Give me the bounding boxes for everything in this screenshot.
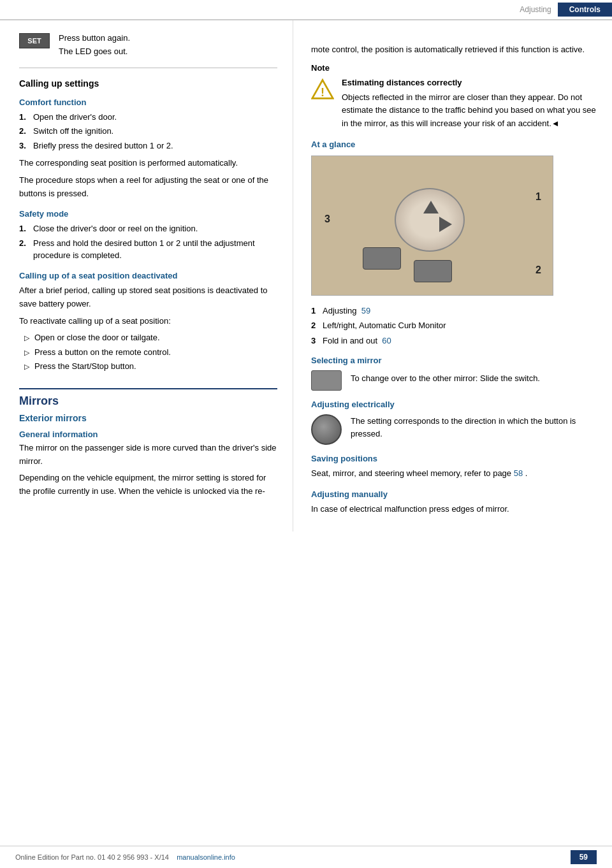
warning-icon: ! xyxy=(311,78,334,101)
seat-position-body1: After a brief period, calling up stored … xyxy=(19,284,277,311)
left-column: SET Press button again. The LED goes out… xyxy=(0,20,293,532)
header-adjusting: Adjusting xyxy=(513,3,557,17)
note-body: Objects reflected in the mirror are clos… xyxy=(342,92,596,129)
adjusting-electrically-title: Adjusting electrically xyxy=(311,400,597,409)
main-content: SET Press button again. The LED goes out… xyxy=(0,20,612,532)
safety-mode-title: Safety mode xyxy=(19,209,277,219)
adjusting-electrically-body: The setting corresponds to the direction… xyxy=(351,415,597,442)
mirrors-title: Mirrors xyxy=(19,388,277,408)
set-button-area: SET Press button again. The LED goes out… xyxy=(19,32,277,59)
saving-positions-body: Seat, mirror, and steering wheel memory,… xyxy=(311,467,597,481)
set-line1: Press button again. xyxy=(59,33,130,43)
general-information-body1: The mirror on the passenger side is more… xyxy=(19,442,277,468)
button-right xyxy=(414,260,452,282)
safety-mode-steps: 1. Close the driver's door or reel on th… xyxy=(19,222,277,262)
list-item: 2. Switch off the ignition. xyxy=(19,125,277,138)
general-information-body2: Depending on the vehicle equipment, the … xyxy=(19,472,277,498)
svg-text:!: ! xyxy=(321,86,324,99)
list-item: Press a button on the remote control. xyxy=(24,346,277,359)
round-button-icon xyxy=(311,414,342,445)
image-label-1: 1 xyxy=(536,191,541,203)
link-58[interactable]: 58 xyxy=(514,468,523,478)
comfort-function-title: Comfort function xyxy=(19,98,277,107)
right-column: mote control, the position is automatica… xyxy=(293,20,612,532)
link-60[interactable]: 60 xyxy=(382,336,391,345)
comfort-function-body1: The corresponding seat position is perfo… xyxy=(19,157,277,170)
saving-positions-title: Saving positions xyxy=(311,454,597,463)
glance-items: 1 Adjusting 59 2 Left/right, Automatic C… xyxy=(311,305,597,347)
seat-position-bullets: Open or close the door or tailgate. Pres… xyxy=(24,331,277,373)
exterior-mirrors-title: Exterior mirrors xyxy=(19,413,277,423)
list-item: 1. Open the driver's door. xyxy=(19,111,277,124)
adjusting-manually-body: In case of electrical malfunction press … xyxy=(311,503,597,516)
header-controls: Controls xyxy=(558,3,612,17)
list-item: Press the Start/Stop button. xyxy=(24,360,277,373)
image-label-2: 2 xyxy=(536,264,541,276)
arrow-up-icon xyxy=(423,201,439,213)
at-glance-image: 1 2 3 xyxy=(311,156,553,296)
adjusting-electrically-box: The setting corresponds to the direction… xyxy=(311,414,597,445)
comfort-function-body2: The procedure stops when a reel for adju… xyxy=(19,174,277,201)
selecting-mirror-box: To change over to the other mirror: Slid… xyxy=(311,370,597,391)
divider xyxy=(19,68,277,68)
set-button-icon: SET xyxy=(19,33,50,48)
note-content: Estimating distances correctly Objects r… xyxy=(342,76,597,131)
selecting-mirror-body: To change over to the other mirror: Slid… xyxy=(351,372,540,386)
arrow-right-icon xyxy=(439,217,452,232)
set-button-text: Press button again. The LED goes out. xyxy=(59,32,130,59)
set-line2: The LED goes out. xyxy=(59,47,127,56)
page-header: Adjusting Controls xyxy=(0,0,612,20)
mirror-button-center xyxy=(395,188,465,252)
seat-position-deactivated-title: Calling up of a seat position deactivate… xyxy=(19,271,277,280)
glance-item-3: 3 Fold in and out 60 xyxy=(311,335,597,347)
list-item: 1. Close the driver's door or reel on th… xyxy=(19,222,277,235)
footer-text: Online Edition for Part no. 01 40 2 956 … xyxy=(15,853,235,861)
list-item: Open or close the door or tailgate. xyxy=(24,331,277,344)
glance-item-1: 1 Adjusting 59 xyxy=(311,305,597,317)
general-information-title: General information xyxy=(19,430,277,439)
note-box: ! Estimating distances correctly Objects… xyxy=(311,76,597,131)
selecting-mirror-title: Selecting a mirror xyxy=(311,356,597,365)
page-footer: Online Edition for Part no. 01 40 2 956 … xyxy=(0,846,612,868)
note-title: Estimating distances correctly xyxy=(342,76,597,90)
page-number: 59 xyxy=(571,850,597,864)
list-item: 3. Briefly press the desired button 1 or… xyxy=(19,140,277,152)
seat-position-body2: To reactivate calling up of a seat posit… xyxy=(19,315,277,328)
list-item: 2. Press and hold the desired button 1 o… xyxy=(19,237,277,262)
mirror-switch-icon xyxy=(311,370,342,391)
button-left xyxy=(363,247,401,270)
adjusting-manually-title: Adjusting manually xyxy=(311,489,597,499)
link-59[interactable]: 59 xyxy=(361,306,370,315)
calling-up-settings-title: Calling up settings xyxy=(19,78,277,89)
image-label-3: 3 xyxy=(324,213,330,225)
comfort-function-steps: 1. Open the driver's door. 2. Switch off… xyxy=(19,111,277,152)
general-information-cont: mote control, the position is automatica… xyxy=(311,43,597,57)
at-a-glance-title: At a glance xyxy=(311,140,597,149)
glance-item-2: 2 Left/right, Automatic Curb Monitor xyxy=(311,319,597,332)
note-label: Note xyxy=(311,63,597,73)
